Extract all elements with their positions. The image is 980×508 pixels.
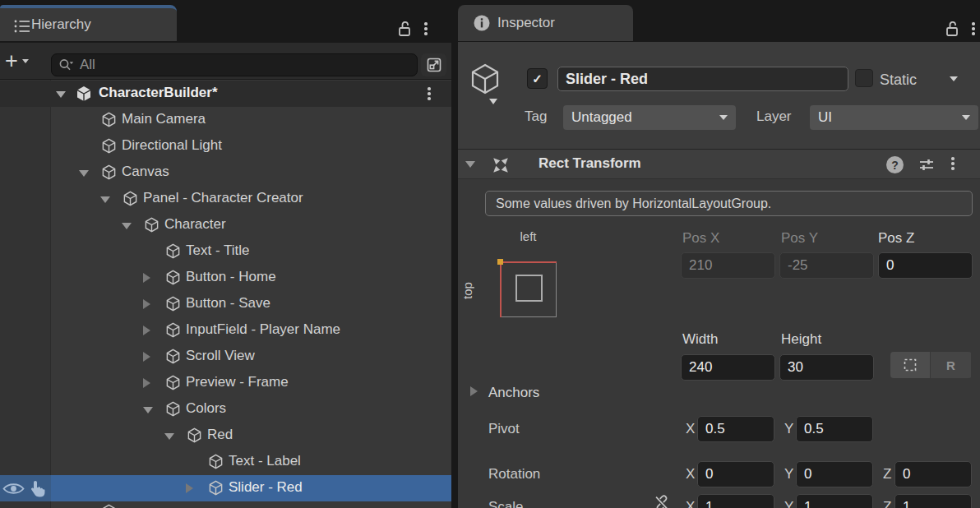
hierarchy-item-text-title[interactable]: Text - Title bbox=[0, 238, 451, 265]
rotation-z-field[interactable]: 0 bbox=[894, 461, 972, 487]
broken-link-icon[interactable] bbox=[652, 493, 672, 508]
foldout-closed-icon[interactable] bbox=[143, 299, 150, 309]
cube-icon bbox=[165, 375, 181, 390]
chevron-down-icon bbox=[962, 115, 970, 120]
hierarchy-item-scroll-view[interactable]: Scroll View bbox=[0, 344, 451, 370]
row-visibility-toggles[interactable] bbox=[0, 475, 51, 501]
layer-dropdown[interactable]: UI bbox=[810, 105, 978, 130]
blueprint-mode-button[interactable] bbox=[890, 352, 931, 378]
hierarchy-item-button-save[interactable]: Button - Save bbox=[0, 291, 451, 317]
anchor-line-left bbox=[500, 261, 502, 317]
scale-x-field[interactable]: 1 bbox=[697, 494, 774, 508]
eye-icon[interactable] bbox=[2, 481, 25, 496]
tab-hierarchy[interactable]: Hierarchy bbox=[0, 5, 177, 41]
scale-y-field[interactable]: 1 bbox=[796, 494, 873, 508]
hierarchy-item-label: Canvas bbox=[122, 164, 169, 180]
static-checkbox[interactable] bbox=[855, 69, 873, 87]
rotation-y-field[interactable]: 0 bbox=[796, 461, 873, 487]
component-title: Rect Transform bbox=[539, 155, 641, 172]
pivot-x-field[interactable]: 0.5 bbox=[697, 416, 774, 442]
hierarchy-item-label: Character bbox=[164, 216, 226, 233]
foldout-open-icon[interactable] bbox=[164, 433, 174, 440]
open-search-window-button[interactable] bbox=[421, 53, 446, 76]
width-field[interactable]: 240 bbox=[681, 354, 775, 381]
rotation-z-axis-label: Z bbox=[883, 466, 891, 483]
foldout-open-icon[interactable] bbox=[56, 91, 66, 98]
rect-transform-header[interactable]: Rect Transform ? bbox=[458, 149, 980, 179]
foldout-open-icon[interactable] bbox=[100, 196, 110, 203]
anchors-foldout-icon[interactable] bbox=[470, 386, 478, 396]
scale-x-value: 1 bbox=[705, 499, 713, 508]
active-checkbox[interactable]: ✓ bbox=[527, 68, 548, 89]
anchors-label: Anchors bbox=[488, 385, 539, 401]
hierarchy-item-preview-frame[interactable]: Preview - Frame bbox=[0, 370, 451, 396]
hierarchy-item-character[interactable]: Character bbox=[0, 212, 451, 238]
hierarchy-item-label: Slider - Red bbox=[229, 479, 303, 496]
hierarchy-item-label: Button - Home bbox=[186, 269, 276, 285]
add-gameobject-button[interactable]: + bbox=[5, 48, 41, 74]
foldout-closed-icon[interactable] bbox=[143, 378, 150, 388]
pivot-y-field[interactable]: 0.5 bbox=[796, 416, 873, 442]
hierarchy-item-canvas[interactable]: Canvas bbox=[0, 159, 451, 186]
pivot-x-axis-label: X bbox=[686, 421, 695, 437]
scale-z-field[interactable]: 1 bbox=[894, 494, 972, 508]
hierarchy-item-button-home[interactable]: Button - Home bbox=[0, 265, 451, 291]
inspector-menu-icon[interactable] bbox=[972, 22, 975, 35]
static-dropdown-chevron-icon[interactable] bbox=[950, 76, 958, 81]
pos-y-field: -25 bbox=[779, 252, 874, 279]
hand-pick-icon[interactable] bbox=[28, 479, 48, 498]
presets-icon[interactable] bbox=[918, 156, 936, 173]
hierarchy-partial-row[interactable] bbox=[0, 501, 451, 508]
dashed-square-icon bbox=[901, 356, 919, 374]
hierarchy-tab-controls bbox=[396, 20, 428, 38]
raw-edit-mode-button[interactable]: R bbox=[931, 352, 971, 378]
lock-icon[interactable] bbox=[396, 20, 413, 38]
pos-z-field[interactable]: 0 bbox=[878, 252, 973, 279]
tag-dropdown[interactable]: Untagged bbox=[563, 105, 736, 130]
lock-icon[interactable] bbox=[944, 20, 960, 38]
scene-header-row[interactable]: CharacterBuilder* bbox=[0, 81, 451, 107]
height-field[interactable]: 30 bbox=[779, 354, 874, 381]
anchor-horizontal-label: left bbox=[500, 229, 557, 243]
info-icon bbox=[473, 14, 491, 32]
gameobject-name-value: Slider - Red bbox=[566, 71, 648, 88]
foldout-closed-icon[interactable] bbox=[143, 326, 150, 335]
help-icon[interactable]: ? bbox=[886, 156, 904, 173]
hierarchy-item-label: Button - Save bbox=[186, 295, 270, 312]
component-menu-icon[interactable] bbox=[951, 157, 955, 170]
rect-tool-buttons: R bbox=[890, 352, 972, 378]
rotation-z-value: 0 bbox=[903, 466, 910, 483]
hierarchy-item-directional-light[interactable]: Directional Light bbox=[0, 133, 451, 159]
hierarchy-panel: Hierarchy + All bbox=[0, 0, 451, 508]
search-input[interactable]: All bbox=[51, 53, 418, 76]
pos-y-value: -25 bbox=[788, 257, 808, 274]
foldout-closed-icon[interactable] bbox=[143, 273, 150, 283]
hierarchy-item-label: Red bbox=[207, 427, 233, 443]
rotation-x-field[interactable]: 0 bbox=[697, 461, 774, 487]
hierarchy-item-red[interactable]: Red bbox=[0, 423, 451, 449]
change-icon-chevron-icon[interactable] bbox=[489, 99, 497, 104]
hierarchy-tree: CharacterBuilder* Main CameraDirectional… bbox=[0, 80, 451, 508]
hierarchy-item-inputfield-player-name[interactable]: InputField - Player Name bbox=[0, 317, 451, 344]
gameobject-name-field[interactable]: Slider - Red bbox=[557, 67, 848, 91]
gameobject-icon[interactable] bbox=[469, 62, 502, 95]
hierarchy-item-slider-red[interactable]: Slider - Red bbox=[0, 475, 451, 501]
scene-menu-icon[interactable] bbox=[428, 87, 431, 100]
width-label: Width bbox=[682, 331, 718, 348]
foldout-closed-icon[interactable] bbox=[186, 483, 193, 493]
anchor-preset-widget[interactable] bbox=[500, 261, 557, 317]
tab-inspector[interactable]: Inspector bbox=[458, 5, 633, 41]
foldout-open-icon[interactable] bbox=[465, 161, 475, 168]
unity-scene-icon bbox=[76, 85, 92, 102]
hierarchy-item-colors[interactable]: Colors bbox=[0, 396, 451, 423]
foldout-open-icon[interactable] bbox=[143, 407, 153, 413]
hierarchy-item-text-label[interactable]: Text - Label bbox=[0, 449, 451, 475]
hierarchy-panel-icon bbox=[13, 18, 31, 35]
hierarchy-menu-icon[interactable] bbox=[424, 22, 428, 35]
foldout-open-icon[interactable] bbox=[122, 223, 132, 229]
hierarchy-item-main-camera[interactable]: Main Camera bbox=[0, 107, 451, 133]
foldout-closed-icon[interactable] bbox=[143, 352, 150, 362]
pos-x-field: 210 bbox=[681, 252, 775, 279]
foldout-open-icon[interactable] bbox=[79, 170, 89, 177]
hierarchy-item-panel-character-creator[interactable]: Panel - Character Creator bbox=[0, 186, 451, 212]
